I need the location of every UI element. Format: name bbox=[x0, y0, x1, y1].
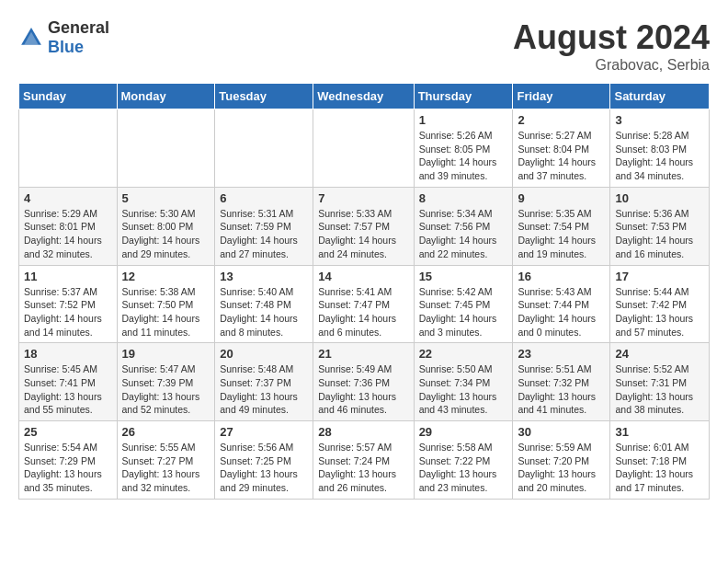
day-info: Sunrise: 5:52 AM Sunset: 7:31 PM Dayligh… bbox=[615, 362, 704, 417]
day-number: 9 bbox=[518, 191, 605, 205]
day-number: 1 bbox=[419, 113, 508, 127]
day-cell: 8Sunrise: 5:34 AM Sunset: 7:56 PM Daylig… bbox=[414, 187, 513, 265]
logo-general: General bbox=[48, 18, 109, 37]
day-cell: 3Sunrise: 5:28 AM Sunset: 8:03 PM Daylig… bbox=[610, 109, 710, 188]
day-number: 28 bbox=[318, 425, 408, 439]
day-info: Sunrise: 5:26 AM Sunset: 8:05 PM Dayligh… bbox=[419, 129, 508, 183]
day-info: Sunrise: 5:33 AM Sunset: 7:57 PM Dayligh… bbox=[318, 207, 408, 261]
week-row-3: 11Sunrise: 5:37 AM Sunset: 7:52 PM Dayli… bbox=[19, 265, 710, 343]
day-number: 26 bbox=[122, 425, 210, 439]
day-number: 7 bbox=[318, 191, 408, 205]
day-cell: 16Sunrise: 5:43 AM Sunset: 7:44 PM Dayli… bbox=[513, 265, 610, 343]
day-info: Sunrise: 5:55 AM Sunset: 7:27 PM Dayligh… bbox=[122, 441, 210, 495]
day-info: Sunrise: 5:44 AM Sunset: 7:42 PM Dayligh… bbox=[615, 285, 704, 339]
day-cell: 21Sunrise: 5:49 AM Sunset: 7:36 PM Dayli… bbox=[313, 343, 414, 421]
day-number: 17 bbox=[615, 270, 704, 283]
day-cell bbox=[313, 109, 414, 188]
day-cell: 5Sunrise: 5:30 AM Sunset: 8:00 PM Daylig… bbox=[117, 187, 215, 265]
day-cell bbox=[19, 109, 118, 188]
day-number: 8 bbox=[419, 191, 508, 205]
day-cell: 26Sunrise: 5:55 AM Sunset: 7:27 PM Dayli… bbox=[117, 421, 215, 500]
day-number: 19 bbox=[122, 347, 210, 361]
day-info: Sunrise: 5:59 AM Sunset: 7:20 PM Dayligh… bbox=[518, 441, 605, 495]
weekday-wednesday: Wednesday bbox=[313, 84, 414, 109]
day-number: 11 bbox=[24, 270, 112, 283]
day-cell: 20Sunrise: 5:48 AM Sunset: 7:37 PM Dayli… bbox=[215, 343, 313, 421]
day-cell: 1Sunrise: 5:26 AM Sunset: 8:05 PM Daylig… bbox=[414, 109, 513, 188]
day-info: Sunrise: 5:37 AM Sunset: 7:52 PM Dayligh… bbox=[24, 285, 112, 339]
weekday-header-row: SundayMondayTuesdayWednesdayThursdayFrid… bbox=[19, 84, 710, 109]
day-info: Sunrise: 5:49 AM Sunset: 7:36 PM Dayligh… bbox=[318, 362, 408, 417]
day-info: Sunrise: 5:57 AM Sunset: 7:24 PM Dayligh… bbox=[318, 441, 408, 495]
day-info: Sunrise: 5:28 AM Sunset: 8:03 PM Dayligh… bbox=[615, 129, 704, 183]
week-row-4: 18Sunrise: 5:45 AM Sunset: 7:41 PM Dayli… bbox=[19, 343, 710, 421]
week-row-1: 1Sunrise: 5:26 AM Sunset: 8:05 PM Daylig… bbox=[19, 109, 710, 188]
day-info: Sunrise: 5:56 AM Sunset: 7:25 PM Dayligh… bbox=[220, 441, 308, 495]
day-info: Sunrise: 5:38 AM Sunset: 7:50 PM Dayligh… bbox=[122, 285, 210, 339]
day-info: Sunrise: 5:34 AM Sunset: 7:56 PM Dayligh… bbox=[419, 207, 508, 261]
day-cell: 23Sunrise: 5:51 AM Sunset: 7:32 PM Dayli… bbox=[513, 343, 610, 421]
day-info: Sunrise: 5:54 AM Sunset: 7:29 PM Dayligh… bbox=[24, 441, 112, 495]
day-cell: 2Sunrise: 5:27 AM Sunset: 8:04 PM Daylig… bbox=[513, 109, 610, 188]
calendar-header: SundayMondayTuesdayWednesdayThursdayFrid… bbox=[19, 84, 710, 109]
day-cell: 25Sunrise: 5:54 AM Sunset: 7:29 PM Dayli… bbox=[19, 421, 118, 500]
day-number: 15 bbox=[419, 270, 508, 283]
day-info: Sunrise: 5:40 AM Sunset: 7:48 PM Dayligh… bbox=[220, 285, 308, 339]
weekday-thursday: Thursday bbox=[414, 84, 513, 109]
weekday-sunday: Sunday bbox=[19, 84, 118, 109]
day-cell: 17Sunrise: 5:44 AM Sunset: 7:42 PM Dayli… bbox=[610, 265, 710, 343]
day-number: 24 bbox=[615, 347, 704, 361]
day-number: 3 bbox=[615, 113, 704, 127]
day-cell: 6Sunrise: 5:31 AM Sunset: 7:59 PM Daylig… bbox=[215, 187, 313, 265]
day-cell: 9Sunrise: 5:35 AM Sunset: 7:54 PM Daylig… bbox=[513, 187, 610, 265]
weekday-saturday: Saturday bbox=[610, 84, 710, 109]
day-number: 20 bbox=[220, 347, 308, 361]
day-number: 14 bbox=[318, 270, 408, 283]
day-info: Sunrise: 5:36 AM Sunset: 7:53 PM Dayligh… bbox=[615, 207, 704, 261]
title-block: August 2024 Grabovac, Serbia bbox=[513, 18, 710, 74]
day-info: Sunrise: 5:51 AM Sunset: 7:32 PM Dayligh… bbox=[518, 362, 605, 417]
day-number: 21 bbox=[318, 347, 408, 361]
day-info: Sunrise: 5:47 AM Sunset: 7:39 PM Dayligh… bbox=[122, 362, 210, 417]
weekday-friday: Friday bbox=[513, 84, 610, 109]
day-number: 30 bbox=[518, 425, 605, 439]
page-header: General Blue August 2024 Grabovac, Serbi… bbox=[18, 18, 710, 74]
location: Grabovac, Serbia bbox=[513, 57, 710, 74]
day-info: Sunrise: 5:41 AM Sunset: 7:47 PM Dayligh… bbox=[318, 285, 408, 339]
day-cell bbox=[117, 109, 215, 188]
day-cell: 18Sunrise: 5:45 AM Sunset: 7:41 PM Dayli… bbox=[19, 343, 118, 421]
day-info: Sunrise: 5:31 AM Sunset: 7:59 PM Dayligh… bbox=[220, 207, 308, 261]
day-info: Sunrise: 6:01 AM Sunset: 7:18 PM Dayligh… bbox=[615, 441, 704, 495]
day-info: Sunrise: 5:29 AM Sunset: 8:01 PM Dayligh… bbox=[24, 207, 112, 261]
week-row-2: 4Sunrise: 5:29 AM Sunset: 8:01 PM Daylig… bbox=[19, 187, 710, 265]
day-info: Sunrise: 5:58 AM Sunset: 7:22 PM Dayligh… bbox=[419, 441, 508, 495]
day-info: Sunrise: 5:30 AM Sunset: 8:00 PM Dayligh… bbox=[122, 207, 210, 261]
day-info: Sunrise: 5:48 AM Sunset: 7:37 PM Dayligh… bbox=[220, 362, 308, 417]
day-cell: 14Sunrise: 5:41 AM Sunset: 7:47 PM Dayli… bbox=[313, 265, 414, 343]
day-cell: 27Sunrise: 5:56 AM Sunset: 7:25 PM Dayli… bbox=[215, 421, 313, 500]
day-cell: 30Sunrise: 5:59 AM Sunset: 7:20 PM Dayli… bbox=[513, 421, 610, 500]
day-cell: 22Sunrise: 5:50 AM Sunset: 7:34 PM Dayli… bbox=[414, 343, 513, 421]
weekday-tuesday: Tuesday bbox=[215, 84, 313, 109]
day-cell: 19Sunrise: 5:47 AM Sunset: 7:39 PM Dayli… bbox=[117, 343, 215, 421]
weekday-monday: Monday bbox=[117, 84, 215, 109]
day-info: Sunrise: 5:35 AM Sunset: 7:54 PM Dayligh… bbox=[518, 207, 605, 261]
day-cell: 4Sunrise: 5:29 AM Sunset: 8:01 PM Daylig… bbox=[19, 187, 118, 265]
day-number: 5 bbox=[122, 191, 210, 205]
day-cell: 28Sunrise: 5:57 AM Sunset: 7:24 PM Dayli… bbox=[313, 421, 414, 500]
month-year: August 2024 bbox=[513, 18, 710, 57]
calendar-table: SundayMondayTuesdayWednesdayThursdayFrid… bbox=[18, 83, 710, 500]
day-info: Sunrise: 5:27 AM Sunset: 8:04 PM Dayligh… bbox=[518, 129, 605, 183]
day-cell bbox=[215, 109, 313, 188]
day-number: 4 bbox=[24, 191, 112, 205]
day-number: 31 bbox=[615, 425, 704, 439]
week-row-5: 25Sunrise: 5:54 AM Sunset: 7:29 PM Dayli… bbox=[19, 421, 710, 500]
day-number: 10 bbox=[615, 191, 704, 205]
day-number: 18 bbox=[24, 347, 112, 361]
logo: General Blue bbox=[18, 18, 109, 57]
day-number: 12 bbox=[122, 270, 210, 283]
day-cell: 15Sunrise: 5:42 AM Sunset: 7:45 PM Dayli… bbox=[414, 265, 513, 343]
day-info: Sunrise: 5:50 AM Sunset: 7:34 PM Dayligh… bbox=[419, 362, 508, 417]
day-number: 23 bbox=[518, 347, 605, 361]
day-number: 22 bbox=[419, 347, 508, 361]
